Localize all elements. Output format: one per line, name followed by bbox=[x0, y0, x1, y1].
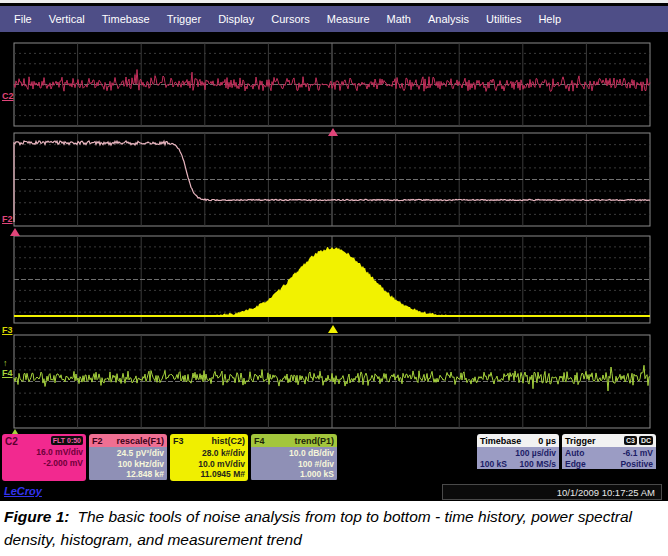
descriptor-c2[interactable]: C2 FLT 0:50 16.0 mV/div -2.000 mV bbox=[2, 434, 86, 481]
trace-label-f4[interactable]: F4 bbox=[2, 368, 13, 378]
trigger-level: -6.1 mV bbox=[623, 448, 653, 459]
timebase-sample-rate: 100 MS/s bbox=[520, 459, 556, 470]
trigger-time-marker[interactable] bbox=[328, 128, 338, 136]
descriptor-f3-id: F3 bbox=[173, 436, 184, 446]
waveform-display bbox=[0, 32, 668, 436]
timebase-title: Timebase bbox=[480, 436, 521, 446]
figure-caption-label: Figure 1: bbox=[4, 508, 69, 525]
f3-horizontal-scale: 10.0 mV/div bbox=[173, 459, 245, 470]
menu-cursors[interactable]: Cursors bbox=[271, 13, 310, 25]
timebase-delay: 0 µs bbox=[538, 436, 556, 446]
f2-left-marker[interactable] bbox=[10, 228, 20, 236]
menu-help[interactable]: Help bbox=[538, 13, 561, 25]
trigger-slope: Positive bbox=[620, 459, 653, 470]
offscreen-arrow-icon: ↑ bbox=[3, 358, 8, 368]
f2-span: 12.848 k# bbox=[92, 469, 164, 480]
descriptor-f3-function: hist(C2) bbox=[212, 436, 246, 446]
f4-samples: 1.000 kS bbox=[254, 469, 334, 480]
lecroy-logo: LeCroy bbox=[4, 485, 42, 497]
menu-vertical[interactable]: Vertical bbox=[49, 13, 85, 25]
trace-label-c2[interactable]: C2 bbox=[2, 91, 14, 101]
descriptor-f2-function: rescale(F1) bbox=[116, 436, 164, 446]
f4-horizontal-scale: 100 #/div bbox=[254, 459, 334, 470]
menu-trigger[interactable]: Trigger bbox=[167, 13, 201, 25]
descriptor-f4[interactable]: F4 trend(P1) 10.0 dB/div 100 #/div 1.000… bbox=[251, 434, 337, 481]
trigger-mode: Auto bbox=[565, 448, 584, 459]
descriptor-f2-id: F2 bbox=[92, 436, 103, 446]
f3-center-marker[interactable] bbox=[328, 325, 338, 333]
trace-label-f2[interactable]: F2 bbox=[2, 214, 13, 224]
figure-caption: Figure 1:The basic tools of noise analys… bbox=[0, 502, 668, 556]
trigger-coupling-badge: DC bbox=[639, 436, 653, 445]
menu-utilities[interactable]: Utilities bbox=[486, 13, 521, 25]
descriptor-f4-id: F4 bbox=[254, 436, 265, 446]
f2-vertical-scale: 24.5 pV²/div bbox=[92, 448, 164, 459]
c2-offset: -2.000 mV bbox=[5, 458, 83, 469]
descriptor-trigger[interactable]: Trigger C3 DC Auto -6.1 mV Edge Positive bbox=[562, 434, 656, 481]
trigger-source-badge: C3 bbox=[624, 436, 637, 445]
f3-population: 11.0945 M# bbox=[173, 469, 245, 480]
f3-vertical-scale: 28.0 k#/div bbox=[173, 448, 245, 459]
descriptor-timebase[interactable]: Timebase 0 µs 100 µs/div 100 kS 100 MS/s bbox=[477, 434, 559, 481]
trace-label-f3[interactable]: F3 bbox=[2, 325, 13, 335]
timebase-samples: 100 kS bbox=[480, 459, 507, 470]
menu-timebase[interactable]: Timebase bbox=[102, 13, 150, 25]
menu-math[interactable]: Math bbox=[387, 13, 411, 25]
menu-display[interactable]: Display bbox=[218, 13, 254, 25]
trigger-title: Trigger bbox=[565, 436, 596, 446]
menu-measure[interactable]: Measure bbox=[327, 13, 370, 25]
descriptor-f4-function: trend(P1) bbox=[294, 436, 334, 446]
figure-caption-text: The basic tools of noise analysis from t… bbox=[4, 508, 632, 548]
descriptor-c2-id: C2 bbox=[5, 436, 18, 447]
trigger-type: Edge bbox=[565, 459, 586, 470]
descriptor-f2[interactable]: F2 rescale(F1) 24.5 pV²/div 100 kHz/div … bbox=[89, 434, 167, 481]
descriptor-f3[interactable]: F3 hist(C2) 28.0 k#/div 10.0 mV/div 11.0… bbox=[170, 434, 248, 481]
menu-file[interactable]: File bbox=[14, 13, 32, 25]
f2-horizontal-scale: 100 kHz/div bbox=[92, 459, 164, 470]
coupling-badge: FLT 0:50 bbox=[51, 436, 83, 445]
f4-vertical-scale: 10.0 dB/div bbox=[254, 448, 334, 459]
timestamp: 10/1/2009 10:17:25 AM bbox=[442, 484, 662, 500]
menu-analysis[interactable]: Analysis bbox=[428, 13, 469, 25]
oscilloscope-screenshot: File Vertical Timebase Trigger Display C… bbox=[0, 0, 668, 501]
timebase-per-div: 100 µs/div bbox=[480, 448, 556, 459]
c2-volts-per-div: 16.0 mV/div bbox=[5, 447, 83, 458]
descriptor-row: C2 FLT 0:50 16.0 mV/div -2.000 mV F2 res… bbox=[0, 434, 668, 482]
menu-bar: File Vertical Timebase Trigger Display C… bbox=[0, 6, 668, 32]
figure-page: File Vertical Timebase Trigger Display C… bbox=[0, 0, 668, 556]
